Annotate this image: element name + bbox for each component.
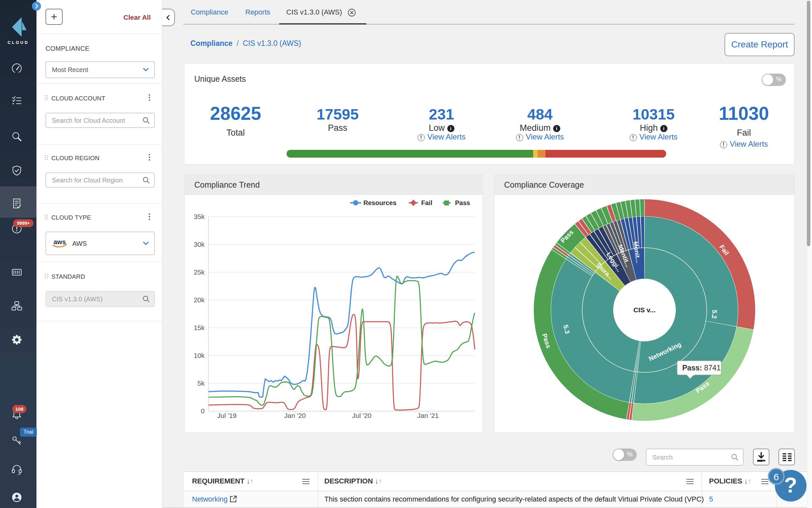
svg-text:35k: 35k — [194, 213, 205, 220]
svg-text:25k: 25k — [194, 268, 205, 276]
svg-text:15k: 15k — [194, 324, 205, 331]
svg-text:Fail: Fail — [421, 199, 432, 206]
svg-text:aws: aws — [54, 238, 66, 246]
svg-text:5.2: 5.2 — [711, 310, 718, 319]
svg-text:Pass: 8741: Pass: 8741 — [682, 364, 721, 372]
svg-text:5k: 5k — [197, 379, 205, 387]
svg-text:20k: 20k — [194, 296, 205, 304]
svg-text:Pass: Pass — [455, 199, 470, 206]
svg-text:Resources: Resources — [364, 199, 396, 206]
svg-text:30k: 30k — [194, 241, 205, 248]
svg-text:0: 0 — [201, 407, 205, 415]
svg-text:10k: 10k — [194, 352, 205, 359]
svg-text:CIS v...: CIS v... — [633, 306, 656, 313]
